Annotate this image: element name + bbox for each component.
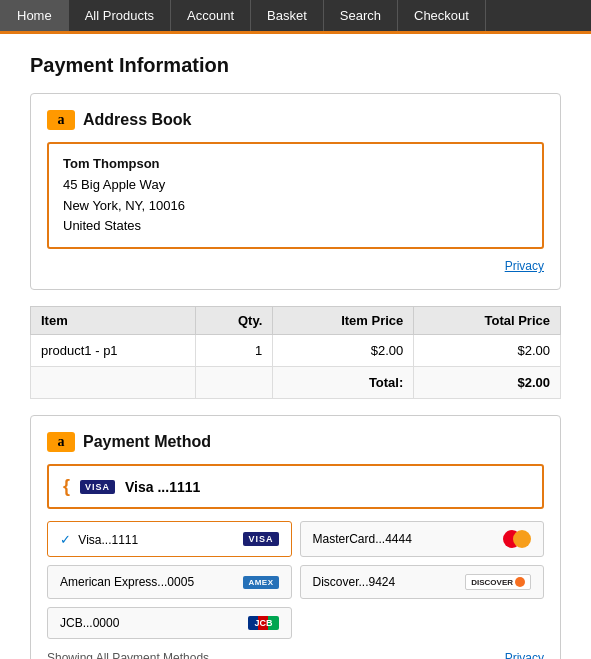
amazon-icon-payment: a (47, 432, 75, 452)
selected-payment-box[interactable]: { VISA Visa ...1111 (47, 464, 544, 509)
row-total-price: $2.00 (414, 335, 561, 367)
payment-option-visa1111[interactable]: ✓ Visa...1111 VISA (47, 521, 292, 557)
discover9424-logo: DISCOVER (465, 574, 531, 590)
amex0005-logo: AMEX (243, 576, 278, 589)
nav-all-products[interactable]: All Products (69, 0, 171, 31)
main-nav: Home All Products Account Basket Search … (0, 0, 591, 34)
address-line1: 45 Big Apple Way (63, 175, 528, 196)
col-total-price: Total Price (414, 307, 561, 335)
discover9424-label: Discover...9424 (313, 575, 396, 589)
payment-option-amex0005[interactable]: American Express...0005 AMEX (47, 565, 292, 599)
main-content: Payment Information a Address Book Tom T… (0, 34, 591, 659)
payment-method-title: Payment Method (83, 433, 211, 451)
address-name: Tom Thompson (63, 154, 528, 175)
order-table: Item Qty. Item Price Total Price product… (30, 306, 561, 399)
address-book-title: Address Book (83, 111, 191, 129)
total-value: $2.00 (414, 367, 561, 399)
table-row: product1 - p1 1 $2.00 $2.00 (31, 335, 561, 367)
jcb0000-label: JCB...0000 (60, 616, 119, 630)
selected-visa-logo: VISA (80, 480, 115, 494)
nav-basket[interactable]: Basket (251, 0, 324, 31)
payment-option-mc4444[interactable]: MasterCard...4444 (300, 521, 545, 557)
mc4444-logo (503, 530, 531, 548)
checkmark-visa: ✓ (60, 532, 71, 547)
row-item: product1 - p1 (31, 335, 196, 367)
address-book-card: a Address Book Tom Thompson 45 Big Apple… (30, 93, 561, 290)
visa1111-label: Visa...1111 (78, 533, 138, 547)
nav-search[interactable]: Search (324, 0, 398, 31)
amazon-icon-address: a (47, 110, 75, 130)
visa1111-logo: VISA (243, 532, 278, 546)
address-line2: New York, NY, 10016 (63, 196, 528, 217)
nav-account[interactable]: Account (171, 0, 251, 31)
col-item-price: Item Price (273, 307, 414, 335)
amex0005-label: American Express...0005 (60, 575, 194, 589)
nav-checkout[interactable]: Checkout (398, 0, 486, 31)
payment-option-discover9424[interactable]: Discover...9424 DISCOVER (300, 565, 545, 599)
payment-privacy-link[interactable]: Privacy (505, 651, 544, 659)
payment-method-card: a Payment Method { VISA Visa ...1111 ✓ V… (30, 415, 561, 659)
payment-method-header: a Payment Method (47, 432, 544, 452)
total-row: Total: $2.00 (31, 367, 561, 399)
address-privacy-link[interactable]: Privacy (47, 259, 544, 273)
showing-label: Showing All Payment Methods (47, 651, 209, 659)
address-book-header: a Address Book (47, 110, 544, 130)
payment-options-grid: ✓ Visa...1111 VISA MasterCard...4444 Ame… (47, 521, 544, 639)
row-item-price: $2.00 (273, 335, 414, 367)
selected-payment-bracket: { (63, 476, 70, 497)
payment-option-jcb0000[interactable]: JCB...0000 JCB (47, 607, 292, 639)
payment-footer: Showing All Payment Methods Privacy (47, 651, 544, 659)
col-item: Item (31, 307, 196, 335)
address-line3: United States (63, 216, 528, 237)
mc4444-label: MasterCard...4444 (313, 532, 412, 546)
page-title: Payment Information (30, 54, 561, 77)
jcb0000-logo: JCB (248, 616, 278, 630)
selected-payment-label: Visa ...1111 (125, 479, 200, 495)
col-qty: Qty. (196, 307, 273, 335)
address-box: Tom Thompson 45 Big Apple Way New York, … (47, 142, 544, 249)
total-label: Total: (273, 367, 414, 399)
row-qty: 1 (196, 335, 273, 367)
nav-home[interactable]: Home (0, 0, 69, 31)
